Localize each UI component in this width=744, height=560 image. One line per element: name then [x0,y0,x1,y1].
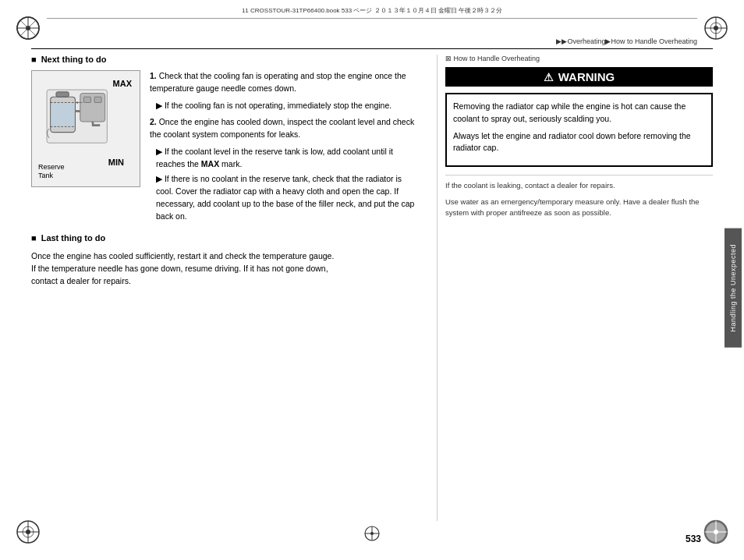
corner-decoration-tr [702,14,730,42]
step-1-num: 1. [150,71,157,80]
step-2-sub1: If the coolant level in the reserve tank… [156,146,421,171]
top-bar-text: 11 CROSSTOUR-31TP66400.book 533 ページ ２０１３… [242,7,502,14]
illustration-box: MAX MIN ReserveTank [31,70,140,187]
svg-rect-26 [56,92,69,97]
svg-point-10 [714,26,718,30]
top-bar: 11 CROSSTOUR-31TP66400.book 533 ページ ２０１３… [47,6,697,19]
step-2-text: Once the engine has cooled down, inspect… [150,117,414,139]
header-rule [31,48,713,49]
right-column: How to Handle Overheating ⚠ WARNING Remo… [437,55,713,521]
svg-point-34 [370,532,374,535]
page-number: 533 [686,533,701,544]
warning-triangle-icon: ⚠ [544,71,554,83]
svg-rect-29 [94,97,101,102]
svg-point-15 [26,530,30,534]
step-1-text: Check that the cooling fan is operating … [150,71,406,93]
last-heading: Last thing to do [31,233,421,243]
warning-box: ⚠ WARNING [445,67,713,87]
warning-para-2: Always let the engine and radiator cool … [453,130,705,155]
rc-note-2: Use water as an emergency/temporary meas… [445,197,713,218]
sidebar-tab: Handling the Unexpected [725,229,742,348]
step-2-num: 2. [150,117,157,126]
svg-rect-28 [83,97,90,102]
rc-note-1: If the coolant is leaking, contact a dea… [445,175,713,190]
warning-content: Removing the radiator cap while the engi… [445,93,713,167]
warning-title: WARNING [558,70,615,83]
corner-decoration-bl [14,518,42,546]
left-column: Next thing to do MAX MIN ReserveTank [31,55,437,521]
last-text: Once the engine has cooled sufficiently,… [31,250,421,287]
last-section: Last thing to do Once the engine has coo… [31,233,421,287]
steps-list: 1. Check that the cooling fan is operati… [150,70,421,222]
next-thing-row: MAX MIN ReserveTank [31,70,421,222]
svg-rect-25 [51,103,75,126]
header-nav: ▶▶Overheating▶How to Handle Overheating [556,37,697,45]
engine-illustration [40,83,118,161]
header-nav-text: ▶▶Overheating▶How to Handle Overheating [556,37,697,45]
reserve-tank-label: ReserveTank [38,163,65,180]
right-sidebar: Handling the Unexpected [722,55,744,521]
step-2-sub2: If there is no coolant in the reserve ta… [156,173,421,222]
svg-point-20 [714,530,718,534]
main-content: Next thing to do MAX MIN ReserveTank [31,55,713,521]
bottom-crosshair [363,524,381,544]
corner-decoration-br [702,518,730,546]
corner-decoration-tl [14,14,42,42]
rc-breadcrumb: How to Handle Overheating [445,55,713,62]
warning-para-1: Removing the radiator cap while the engi… [453,101,705,126]
step-1-sub: If the cooling fan is not operating, imm… [156,100,421,112]
next-heading: Next thing to do [31,55,421,64]
